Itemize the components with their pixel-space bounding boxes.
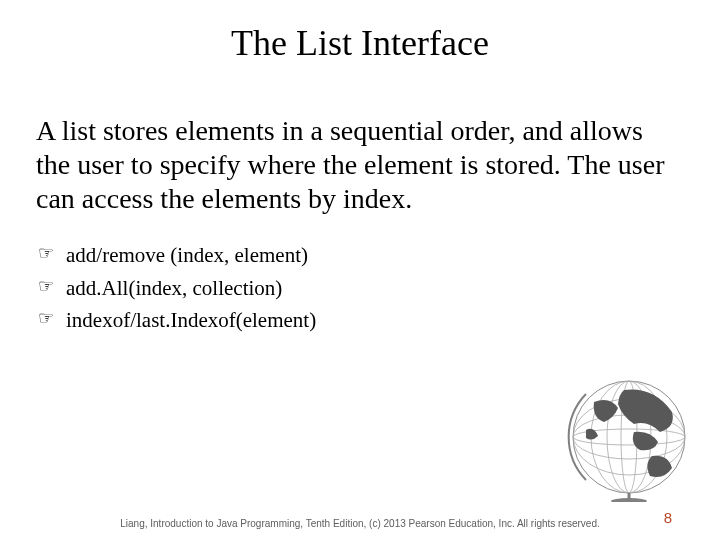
pointing-hand-icon: ☞ bbox=[38, 240, 54, 266]
bullet-list: ☞ add/remove (index, element) ☞ add.All(… bbox=[36, 240, 684, 335]
list-item: ☞ indexof/last.Indexof(element) bbox=[38, 305, 684, 335]
list-item-text: add/remove (index, element) bbox=[66, 243, 308, 267]
svg-point-8 bbox=[611, 498, 647, 502]
globe-icon bbox=[564, 372, 694, 502]
footer-copyright: Liang, Introduction to Java Programming,… bbox=[0, 518, 720, 530]
list-item: ☞ add.All(index, collection) bbox=[38, 273, 684, 303]
slide-title: The List Interface bbox=[36, 22, 684, 64]
body-paragraph: A list stores elements in a sequential o… bbox=[36, 114, 684, 216]
list-item-text: add.All(index, collection) bbox=[66, 276, 282, 300]
pointing-hand-icon: ☞ bbox=[38, 305, 54, 331]
list-item: ☞ add/remove (index, element) bbox=[38, 240, 684, 270]
list-item-text: indexof/last.Indexof(element) bbox=[66, 308, 316, 332]
page-number: 8 bbox=[664, 509, 672, 526]
slide: The List Interface A list stores element… bbox=[0, 0, 720, 540]
pointing-hand-icon: ☞ bbox=[38, 273, 54, 299]
